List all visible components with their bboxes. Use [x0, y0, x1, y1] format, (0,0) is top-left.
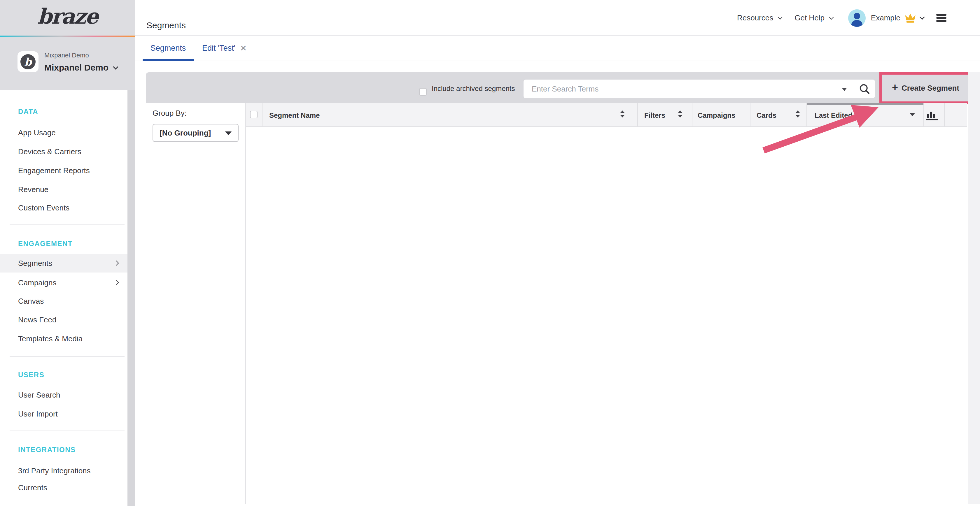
main-content: Segments Resources Get Help	[135, 0, 980, 506]
include-archived-checkbox[interactable]	[419, 88, 427, 95]
sort-desc-icon[interactable]	[910, 113, 915, 116]
sidebar-divider	[10, 430, 124, 431]
sidebar-item-user-import[interactable]: User Import	[0, 404, 127, 423]
group-by-value: [No Grouping]	[159, 124, 211, 141]
user-menu[interactable]: Example	[848, 10, 924, 27]
sidebar-section-integrations: INTEGRATIONS	[18, 444, 76, 455]
segments-table-header: Segment Name Filters Campaigns Cards Las…	[246, 103, 967, 127]
sidebar-item-campaigns[interactable]: Campaigns	[0, 273, 127, 292]
column-campaigns[interactable]: Campaigns	[698, 103, 735, 127]
sidebar-item-news-feed[interactable]: News Feed	[0, 311, 127, 329]
workspace-app-icon: b	[18, 51, 38, 72]
chevron-right-icon	[113, 260, 119, 265]
sidebar: braze b Mixpanel Demo Mixpanel Demo DATA…	[0, 0, 135, 506]
include-archived-label: Include archived segments	[432, 72, 515, 103]
column-divider	[692, 103, 692, 127]
workspace-app-icon-letter: b	[21, 54, 36, 69]
chevron-right-icon	[113, 280, 119, 285]
group-by-panel: Group By: [No Grouping]	[135, 103, 246, 504]
sidebar-scrollbar[interactable]	[127, 90, 135, 506]
close-icon[interactable]: ✕	[240, 43, 247, 53]
search-icon[interactable]	[858, 82, 871, 95]
dropdown-caret-icon	[225, 132, 232, 135]
sidebar-item-devices-carriers[interactable]: Devices & Carriers	[0, 142, 127, 161]
column-divider	[807, 103, 807, 127]
search-input[interactable]	[523, 79, 833, 98]
column-segment-name[interactable]: Segment Name	[269, 103, 320, 127]
group-by-label: Group By:	[153, 109, 187, 118]
sidebar-item-revenue[interactable]: Revenue	[0, 180, 127, 199]
chevron-down-icon	[920, 14, 924, 19]
user-name: Example	[871, 13, 900, 22]
column-cards[interactable]: Cards	[757, 103, 776, 127]
hamburger-menu-icon[interactable]	[936, 14, 947, 22]
sidebar-item-app-usage[interactable]: App Usage	[0, 123, 127, 142]
header-actions: Resources Get Help	[737, 0, 947, 36]
segments-toolbar: Include archived segments	[146, 72, 967, 103]
braze-app-window: braze b Mixpanel Demo Mixpanel Demo DATA…	[0, 0, 980, 506]
search-dropdown-caret-icon[interactable]	[842, 88, 847, 91]
active-tab-underline	[143, 59, 194, 61]
sidebar-section-engagement: ENGAGEMENT	[18, 238, 73, 249]
table-scroll-gutter	[968, 72, 980, 504]
braze-logo-text: braze	[37, 6, 98, 30]
column-divider	[637, 103, 638, 127]
get-help-menu[interactable]: Get Help	[794, 13, 833, 22]
sort-icon[interactable]	[620, 111, 625, 117]
create-segment-button[interactable]: + Create Segment	[882, 75, 969, 102]
chevron-down-icon	[113, 64, 118, 69]
chevron-down-icon	[829, 15, 834, 20]
sidebar-item-engagement-reports[interactable]: Engagement Reports	[0, 161, 127, 180]
plus-icon: +	[892, 82, 898, 93]
sidebar-item-segments[interactable]: Segments	[0, 254, 127, 273]
create-segment-highlight-box: + Create Segment	[880, 72, 972, 104]
sidebar-divider	[10, 356, 124, 357]
crown-icon	[904, 13, 916, 23]
column-divider	[944, 103, 945, 127]
select-all-checkbox[interactable]	[250, 111, 258, 118]
segment-search-box	[523, 79, 875, 98]
analytics-chart-icon[interactable]	[926, 109, 938, 121]
sidebar-item-user-search[interactable]: User Search	[0, 385, 127, 404]
page-title: Segments	[146, 21, 186, 30]
sidebar-item-currents[interactable]: Currents	[0, 478, 127, 497]
sidebar-item-custom-events[interactable]: Custom Events	[0, 198, 127, 217]
avatar-icon	[848, 10, 865, 27]
tab-bar: Segments Edit 'Test' ✕	[135, 36, 980, 61]
column-divider	[923, 103, 924, 127]
sidebar-section-data: DATA	[18, 106, 38, 117]
sidebar-section-users: USERS	[18, 369, 45, 381]
tab-edit-test[interactable]: Edit 'Test' ✕	[202, 36, 247, 60]
tab-segments[interactable]: Segments	[143, 36, 194, 60]
group-by-dropdown[interactable]: [No Grouping]	[153, 124, 239, 142]
content-bottom-border	[146, 504, 980, 504]
column-last-edited[interactable]: Last Edited	[815, 103, 852, 127]
company-name: Mixpanel Demo	[45, 52, 89, 59]
sidebar-divider	[10, 224, 124, 225]
sort-icon[interactable]	[795, 111, 800, 117]
column-divider	[262, 103, 262, 127]
braze-logo[interactable]: braze	[0, 0, 135, 36]
column-divider	[750, 103, 751, 127]
app-group-name: Mixpanel Demo	[45, 63, 108, 73]
resources-menu[interactable]: Resources	[737, 13, 782, 22]
workspace-switcher[interactable]: b Mixpanel Demo Mixpanel Demo	[0, 37, 135, 90]
sidebar-item-templates-media[interactable]: Templates & Media	[0, 329, 127, 348]
sort-icon[interactable]	[678, 111, 682, 117]
chevron-down-icon	[778, 15, 783, 20]
column-filters[interactable]: Filters	[644, 103, 665, 127]
sidebar-item-3rd-party-integrations[interactable]: 3rd Party Integrations	[0, 462, 127, 480]
page-header: Segments Resources Get Help	[135, 0, 980, 36]
sidebar-item-canvas[interactable]: Canvas	[0, 292, 127, 311]
